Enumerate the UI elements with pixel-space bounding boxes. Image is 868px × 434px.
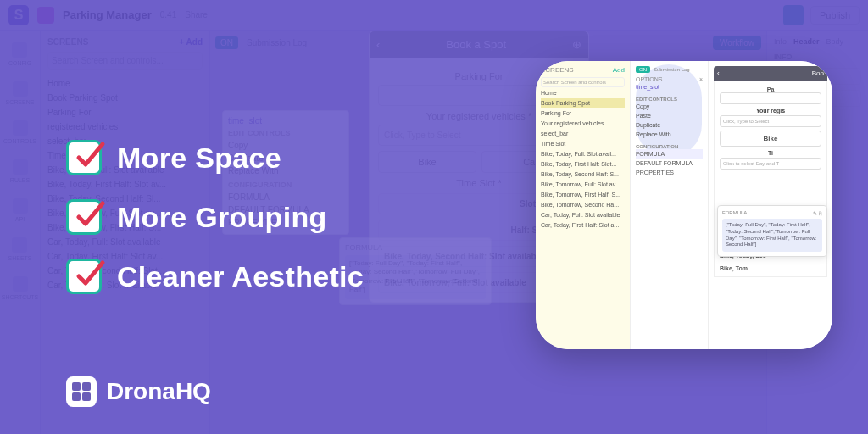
search-input[interactable]: Search Screen and controls bbox=[541, 77, 625, 87]
tree-item[interactable]: Bike, Today, Second Half: S... bbox=[541, 170, 625, 179]
paste-option[interactable]: Paste bbox=[636, 111, 703, 120]
bullet-text: Cleaner Aesthetic bbox=[117, 260, 364, 293]
field-label: Pa bbox=[720, 86, 821, 92]
input[interactable]: Click, Type to Select bbox=[720, 115, 821, 127]
tree-item[interactable]: Bike, Tomorrow, First Half: S... bbox=[541, 190, 625, 199]
bullet-text: More Space bbox=[117, 142, 281, 175]
field-label: Ti bbox=[720, 150, 821, 156]
bullet-row: More Grouping bbox=[66, 199, 364, 235]
duplicate-option[interactable]: Duplicate bbox=[636, 120, 703, 130]
field-name: time_slot bbox=[636, 82, 703, 92]
preview-card: SCREENS+ Add Search Screen and controls … bbox=[536, 61, 832, 349]
input[interactable] bbox=[720, 92, 821, 104]
formula-title: FORMULA bbox=[722, 210, 747, 216]
tree-item[interactable]: Bike, Tomorrow, Second Ha... bbox=[541, 200, 625, 209]
bullet-row: Cleaner Aesthetic bbox=[66, 259, 364, 294]
bike-button[interactable]: Bike bbox=[720, 131, 821, 147]
on-toggle[interactable]: ON bbox=[636, 66, 650, 73]
brand-name: DronaHQ bbox=[107, 378, 211, 405]
bullet-row: More Space bbox=[66, 140, 364, 175]
tree-item[interactable]: Time Slot bbox=[541, 139, 625, 148]
screen-title: Boo bbox=[812, 70, 824, 77]
edit-icon[interactable]: ✎ ⎘ bbox=[813, 210, 822, 216]
bullet-text: More Grouping bbox=[117, 201, 327, 234]
brand: DronaHQ bbox=[66, 376, 211, 407]
submission-log[interactable]: Submission Log bbox=[654, 67, 690, 72]
brand-icon bbox=[66, 376, 97, 407]
options-header: OPTIONS bbox=[636, 76, 663, 82]
default-formula-option[interactable]: DEFAULT FORMULA bbox=[636, 159, 703, 168]
checkbox-icon bbox=[66, 199, 102, 235]
field-label: Your regis bbox=[720, 108, 821, 114]
preview-tree-panel: SCREENS+ Add Search Screen and controls … bbox=[536, 61, 631, 349]
formula-option[interactable]: FORMULA bbox=[636, 149, 703, 159]
formula-popup: FORMULA✎ ⎘ ["Today: Full Day", "Today: F… bbox=[717, 205, 827, 257]
tree-item[interactable]: Car, Today, First Half: Slot a... bbox=[541, 220, 625, 230]
tree-item[interactable]: Home bbox=[541, 88, 625, 97]
replace-option[interactable]: Replace With bbox=[636, 130, 703, 139]
tree-item[interactable]: select_bar bbox=[541, 129, 625, 138]
formula-content[interactable]: ["Today: Full Day", "Today: First Half",… bbox=[722, 219, 822, 252]
checkbox-icon bbox=[66, 140, 102, 175]
close-icon[interactable]: × bbox=[699, 76, 703, 82]
tree-item[interactable]: Parking For bbox=[541, 108, 625, 118]
tree-item[interactable]: Car, Today, Full: Slot available bbox=[541, 210, 625, 220]
back-icon[interactable]: ‹ bbox=[717, 70, 720, 77]
add-button[interactable]: + Add bbox=[607, 66, 625, 74]
tree-item[interactable]: Your registered vehicles bbox=[541, 119, 625, 128]
tree-item[interactable]: Bike, Today, Full: Slot avail... bbox=[541, 149, 625, 159]
tree-item[interactable]: Bike, Tomorrow, Full: Slot av... bbox=[541, 180, 625, 189]
input[interactable]: Click to select Day and T bbox=[720, 158, 821, 170]
slot-row: Bike, Tom bbox=[720, 265, 821, 271]
tree-item[interactable]: Bike, Today, First Half: Slot... bbox=[541, 159, 625, 169]
preview-mid-panel: ONSubmission Log OPTIONS× time_slot EDIT… bbox=[631, 61, 709, 349]
properties-option[interactable]: PROPERTIES bbox=[636, 168, 703, 177]
tree-item[interactable]: Book Parking Spot bbox=[541, 98, 625, 108]
copy-option[interactable]: Copy bbox=[636, 102, 703, 111]
checkbox-icon bbox=[66, 259, 102, 294]
